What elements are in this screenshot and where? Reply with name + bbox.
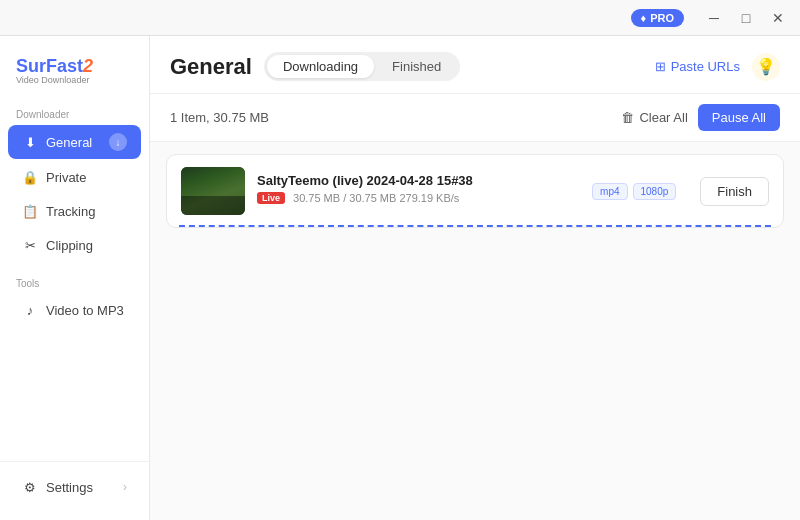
sidebar-item-general[interactable]: ⬇ General ↓ (8, 125, 141, 159)
minimize-button[interactable]: ─ (700, 4, 728, 32)
sidebar: SurFast2 Video Downloader Downloader ⬇ G… (0, 36, 150, 520)
download-info: SaltyTeemo (live) 2024-04-28 15#38 Live … (257, 173, 580, 209)
close-button[interactable]: ✕ (764, 4, 792, 32)
pro-label: PRO (650, 12, 674, 24)
bulb-button[interactable]: 💡 (752, 53, 780, 81)
title-bar: ♦ PRO ─ □ ✕ (0, 0, 800, 36)
download-stats: 30.75 MB / 30.75 MB 279.19 KB/s (293, 192, 459, 204)
header-top: General Downloading Finished ⊞ Paste URL… (170, 52, 780, 81)
thumbnail-image (181, 167, 245, 215)
paste-urls-label: Paste URLs (671, 59, 740, 74)
clear-all-button[interactable]: 🗑 Clear All (621, 110, 687, 125)
logo-num: 2 (83, 56, 93, 76)
table-row: SaltyTeemo (live) 2024-04-28 15#38 Live … (166, 154, 784, 228)
sidebar-item-video-to-mp3[interactable]: ♪ Video to MP3 (8, 294, 141, 326)
bulb-icon: 💡 (756, 57, 776, 76)
sidebar-item-label-private: Private (46, 170, 86, 185)
clear-all-label: Clear All (639, 110, 687, 125)
sub-header-actions: 🗑 Clear All Pause All (621, 104, 780, 131)
chevron-right-icon: › (123, 480, 127, 494)
settings-item[interactable]: ⚙ Settings › (8, 471, 141, 503)
logo: SurFast2 Video Downloader (0, 52, 149, 101)
tracking-icon: 📋 (22, 203, 38, 219)
download-list: SaltyTeemo (live) 2024-04-28 15#38 Live … (150, 142, 800, 520)
clipping-icon: ✂ (22, 237, 38, 253)
quality-badge: 1080p (633, 183, 677, 200)
sidebar-item-clipping[interactable]: ✂ Clipping (8, 229, 141, 261)
pause-all-button[interactable]: Pause All (698, 104, 780, 131)
tab-downloading[interactable]: Downloading (267, 55, 374, 78)
title-bar-controls: ♦ PRO ─ □ ✕ (631, 4, 792, 32)
tab-group: Downloading Finished (264, 52, 460, 81)
tools-section-label: Tools (0, 270, 149, 293)
sidebar-item-tracking[interactable]: 📋 Tracking (8, 195, 141, 227)
content-header: General Downloading Finished ⊞ Paste URL… (150, 36, 800, 94)
finish-button[interactable]: Finish (700, 177, 769, 206)
downloader-section-label: Downloader (0, 101, 149, 124)
paste-icon: ⊞ (655, 59, 666, 74)
pro-badge: ♦ PRO (631, 9, 684, 27)
download-title: SaltyTeemo (live) 2024-04-28 15#38 (257, 173, 580, 188)
sub-header: 1 Item, 30.75 MB 🗑 Clear All Pause All (150, 94, 800, 142)
settings-label: Settings (46, 480, 93, 495)
download-arrow-icon: ↓ (109, 133, 127, 151)
trash-icon: 🗑 (621, 110, 634, 125)
logo-text: SurFast2 (16, 56, 133, 77)
app-body: SurFast2 Video Downloader Downloader ⬇ G… (0, 36, 800, 520)
sidebar-item-private[interactable]: 🔒 Private (8, 161, 141, 193)
format-badge: mp4 (592, 183, 627, 200)
paste-urls-button[interactable]: ⊞ Paste URLs (655, 59, 740, 74)
settings-left: ⚙ Settings (22, 479, 93, 495)
sidebar-item-label-clipping: Clipping (46, 238, 93, 253)
video-thumbnail (181, 167, 245, 215)
lock-icon: 🔒 (22, 169, 38, 185)
gear-icon: ⚙ (22, 479, 38, 495)
download-icon: ⬇ (22, 134, 38, 150)
thumbnail-overlay (181, 196, 245, 215)
tab-finished[interactable]: Finished (376, 55, 457, 78)
music-icon: ♪ (22, 302, 38, 318)
sidebar-item-label-video-to-mp3: Video to MP3 (46, 303, 124, 318)
sidebar-bottom: ⚙ Settings › (0, 461, 149, 504)
download-meta: Live 30.75 MB / 30.75 MB 279.19 KB/s (257, 192, 580, 204)
sidebar-item-label-general: General (46, 135, 92, 150)
maximize-button[interactable]: □ (732, 4, 760, 32)
page-title: General (170, 54, 252, 80)
live-badge: Live (257, 192, 285, 204)
header-right: ⊞ Paste URLs 💡 (655, 53, 780, 81)
header-title-row: General Downloading Finished (170, 52, 460, 81)
sidebar-item-label-tracking: Tracking (46, 204, 95, 219)
format-quality-group: mp4 1080p (592, 183, 676, 200)
pro-icon: ♦ (641, 12, 647, 24)
content-area: General Downloading Finished ⊞ Paste URL… (150, 36, 800, 520)
item-count: 1 Item, 30.75 MB (170, 110, 269, 125)
logo-name: SurFast (16, 56, 83, 76)
logo-sub: Video Downloader (16, 75, 133, 85)
progress-line (179, 225, 771, 227)
